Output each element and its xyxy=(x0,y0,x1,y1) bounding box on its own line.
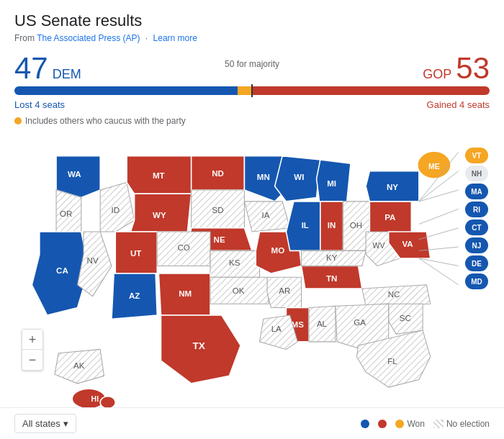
svg-text:IL: IL xyxy=(302,221,309,230)
svg-line-90 xyxy=(419,190,459,202)
gop-score: GOP 53 xyxy=(423,53,490,83)
source-line: From The Associated Press (AP) · Learn m… xyxy=(14,33,490,43)
svg-text:MO: MO xyxy=(271,246,285,255)
svg-text:KY: KY xyxy=(326,253,338,262)
svg-text:ID: ID xyxy=(111,206,120,214)
us-map[interactable]: WA OR ID MT WY ND SD MN NE xyxy=(14,133,490,414)
svg-text:NV: NV xyxy=(87,256,99,265)
svg-text:UT: UT xyxy=(130,249,141,258)
dem-label: DEM xyxy=(53,67,81,82)
svg-text:KS: KS xyxy=(229,258,240,267)
svg-text:FL: FL xyxy=(387,357,397,366)
ri-bubble[interactable]: RI xyxy=(465,202,488,217)
learn-more-link[interactable]: Learn more xyxy=(153,33,197,43)
svg-text:LA: LA xyxy=(271,325,282,333)
legend-dem xyxy=(361,420,369,428)
map-container: WA OR ID MT WY ND SD MN NE xyxy=(14,133,490,414)
legend-gop xyxy=(378,420,387,428)
md-bubble[interactable]: MD xyxy=(465,273,488,289)
de-bubble[interactable]: DE xyxy=(465,255,488,271)
svg-text:ME: ME xyxy=(428,162,440,171)
ma-bubble[interactable]: MA xyxy=(465,184,488,199)
svg-text:OR: OR xyxy=(60,209,72,218)
svg-text:IN: IN xyxy=(328,221,336,230)
yellow-dot-icon xyxy=(14,117,22,125)
svg-text:NE: NE xyxy=(214,235,225,244)
majority-label: 50 for majority xyxy=(225,59,279,69)
bottom-bar: All states ▾ Won No election xyxy=(0,407,504,439)
nj-bubble[interactable]: NJ xyxy=(465,237,488,253)
svg-text:MT: MT xyxy=(153,171,165,180)
dem-number: 47 xyxy=(14,53,48,83)
svg-text:AZ: AZ xyxy=(129,291,140,300)
zoom-out-button[interactable]: − xyxy=(22,350,42,370)
gop-number: 53 xyxy=(456,53,490,83)
stripe-icon xyxy=(433,420,444,428)
gop-bar xyxy=(252,86,490,95)
svg-text:NC: NC xyxy=(388,290,400,299)
svg-text:OH: OH xyxy=(350,221,362,230)
nh-bubble[interactable]: NH xyxy=(465,166,488,181)
gop-seats-change: Gained 4 seats xyxy=(427,99,490,110)
svg-point-83 xyxy=(72,389,105,408)
svg-text:WI: WI xyxy=(294,173,304,181)
other-dot-icon xyxy=(395,420,404,428)
gop-dot-icon xyxy=(378,420,387,428)
state-dropdown[interactable]: All states ▾ xyxy=(14,414,76,433)
includes-note: Includes others who caucus with the part… xyxy=(14,116,490,126)
majority-marker xyxy=(251,84,253,97)
ct-bubble[interactable]: CT xyxy=(465,220,488,235)
vt-bubble[interactable]: VT xyxy=(465,148,488,163)
other-bar xyxy=(238,86,252,95)
score-row: 47 DEM 50 for majority GOP 53 xyxy=(14,53,490,83)
svg-text:NM: NM xyxy=(179,289,192,298)
svg-text:AR: AR xyxy=(279,286,290,295)
svg-text:VA: VA xyxy=(402,240,413,248)
svg-text:AK: AK xyxy=(73,361,85,370)
svg-text:CO: CO xyxy=(177,243,189,252)
dem-dot-icon xyxy=(361,420,369,428)
legend-no-election: No election xyxy=(433,419,490,429)
results-bar xyxy=(14,86,490,95)
svg-text:NY: NY xyxy=(387,183,398,191)
ap-link[interactable]: The Associated Press (AP) xyxy=(37,33,140,43)
legend-other: Won xyxy=(395,419,424,429)
svg-text:TX: TX xyxy=(192,340,205,351)
svg-text:PA: PA xyxy=(384,213,396,222)
svg-text:GA: GA xyxy=(354,318,366,327)
zoom-in-button[interactable]: + xyxy=(22,330,42,350)
dem-bar xyxy=(14,86,238,95)
legend: Won No election xyxy=(361,419,490,429)
svg-text:WY: WY xyxy=(153,211,166,220)
score-section: 47 DEM 50 for majority GOP 53 Lost 4 sea… xyxy=(14,53,490,126)
dem-score: 47 DEM xyxy=(14,53,81,83)
svg-text:CA: CA xyxy=(56,266,68,275)
svg-text:SD: SD xyxy=(212,206,224,214)
page-title: US Senate results xyxy=(14,12,490,30)
svg-text:HI: HI xyxy=(91,394,99,403)
svg-text:WV: WV xyxy=(373,241,385,250)
gop-label: GOP xyxy=(423,67,451,82)
svg-text:ND: ND xyxy=(212,169,224,178)
svg-text:WA: WA xyxy=(68,170,81,178)
svg-text:TN: TN xyxy=(326,274,337,283)
svg-line-91 xyxy=(419,209,459,224)
svg-text:MN: MN xyxy=(257,173,270,181)
svg-text:SC: SC xyxy=(400,314,411,322)
svg-text:IA: IA xyxy=(261,211,269,220)
main-container: US Senate results From The Associated Pr… xyxy=(0,0,504,425)
svg-text:AL: AL xyxy=(317,320,328,328)
seats-row: Lost 4 seats Gained 4 seats xyxy=(14,99,490,110)
zoom-controls: + − xyxy=(22,329,43,371)
svg-text:OK: OK xyxy=(233,286,245,295)
svg-text:MI: MI xyxy=(327,179,336,188)
northeast-bubbles: VT NH MA RI CT NJ DE MD xyxy=(465,148,488,289)
dem-seats-change: Lost 4 seats xyxy=(14,99,65,110)
